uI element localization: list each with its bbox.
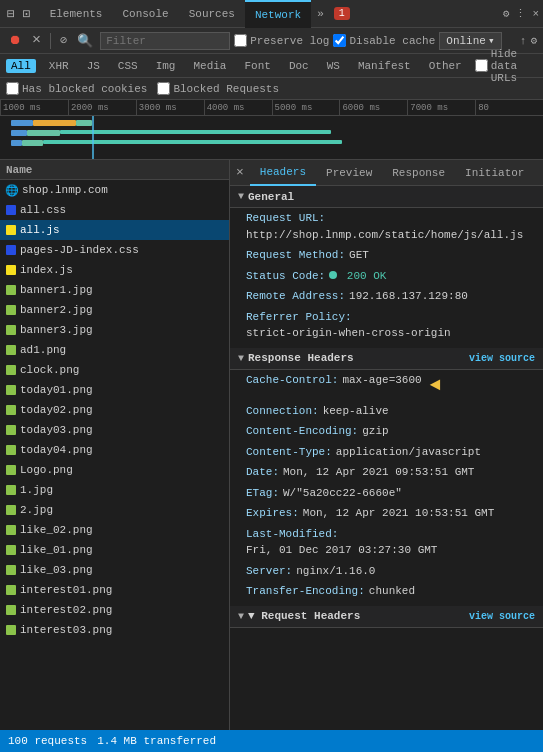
- list-item[interactable]: interest01.png: [0, 580, 229, 600]
- dock-icon[interactable]: ⊟: [4, 6, 18, 22]
- close-icon[interactable]: ×: [532, 8, 539, 20]
- detail-tabs: × Headers Preview Response Initiator »: [230, 160, 543, 186]
- status-dot: [329, 271, 337, 279]
- tab-more[interactable]: »: [311, 4, 330, 24]
- filter-type-row: All XHR JS CSS Img Media Font Doc WS Man…: [0, 54, 543, 78]
- list-item[interactable]: 1.jpg: [0, 480, 229, 500]
- detail-tab-response[interactable]: Response: [382, 160, 455, 186]
- blocked-requests-checkbox[interactable]: [157, 82, 170, 95]
- tab-elements[interactable]: Elements: [40, 0, 113, 28]
- file-icon: [6, 325, 16, 335]
- blocked-requests-label[interactable]: Blocked Requests: [157, 82, 279, 95]
- file-name: pages-JD-index.css: [20, 244, 139, 256]
- list-item[interactable]: banner3.jpg: [0, 320, 229, 340]
- list-item[interactable]: like_02.png: [0, 520, 229, 540]
- list-item[interactable]: 🌐shop.lnmp.com: [0, 180, 229, 200]
- list-item[interactable]: index.js: [0, 260, 229, 280]
- filter-media[interactable]: Media: [188, 59, 231, 73]
- list-item[interactable]: clock.png: [0, 360, 229, 380]
- list-item[interactable]: Logo.png: [0, 460, 229, 480]
- settings-icon[interactable]: ⚙: [503, 7, 510, 20]
- request-headers-view-source[interactable]: view source: [469, 611, 535, 622]
- detail-close-icon[interactable]: ×: [230, 165, 250, 180]
- list-item[interactable]: all.css: [0, 200, 229, 220]
- devtools-actions: ⊟ ⊡: [4, 6, 34, 22]
- tick-5: 5000 ms: [272, 100, 340, 115]
- list-item[interactable]: today02.png: [0, 400, 229, 420]
- file-name: banner2.jpg: [20, 304, 93, 316]
- detail-tab-headers[interactable]: Headers: [250, 160, 316, 186]
- response-header-key: Transfer-Encoding:: [246, 583, 365, 600]
- list-item[interactable]: banner1.jpg: [0, 280, 229, 300]
- timeline: 1000 ms 2000 ms 3000 ms 4000 ms 5000 ms …: [0, 100, 543, 160]
- filter-doc[interactable]: Doc: [284, 59, 314, 73]
- upload-icon[interactable]: ↑: [520, 35, 527, 47]
- detail-tab-more[interactable]: »: [534, 167, 543, 179]
- file-list-items: 🌐shop.lnmp.comall.cssall.jspages-JD-inde…: [0, 180, 229, 640]
- file-name: ad1.png: [20, 344, 66, 356]
- disable-cache-checkbox[interactable]: [333, 34, 346, 47]
- list-item[interactable]: 2.jpg: [0, 500, 229, 520]
- record-icon[interactable]: ⏺: [6, 31, 25, 50]
- filter-img[interactable]: Img: [151, 59, 181, 73]
- response-header-key: Server:: [246, 563, 292, 580]
- list-item[interactable]: today04.png: [0, 440, 229, 460]
- referrer-policy-key: Referrer Policy:: [246, 309, 352, 326]
- blocked-cookies-checkbox[interactable]: [6, 82, 19, 95]
- tab-network[interactable]: Network: [245, 0, 311, 28]
- detail-tab-preview[interactable]: Preview: [316, 160, 382, 186]
- list-item[interactable]: ad1.png: [0, 340, 229, 360]
- general-arrow-icon: ▼: [238, 191, 244, 202]
- list-item[interactable]: like_03.png: [0, 560, 229, 580]
- tab-console[interactable]: Console: [112, 0, 178, 28]
- filter-other[interactable]: Other: [424, 59, 467, 73]
- blocked-row: Has blocked cookies Blocked Requests: [0, 78, 543, 100]
- blocked-cookies-label[interactable]: Has blocked cookies: [6, 82, 147, 95]
- request-headers-label: ▼ Request Headers: [248, 610, 360, 622]
- filter-all[interactable]: All: [6, 59, 36, 73]
- list-item[interactable]: all.js: [0, 220, 229, 240]
- bar-dns2: [11, 130, 27, 136]
- response-header-row: Last-Modified:Fri, 01 Dec 2017 03:27:30 …: [230, 524, 543, 561]
- settings-icon-2[interactable]: ⚙: [530, 34, 537, 47]
- list-item[interactable]: interest03.png: [0, 620, 229, 640]
- response-headers-section-header[interactable]: ▼ Response Headers view source: [230, 348, 543, 370]
- disable-cache-checkbox-label[interactable]: Disable cache: [333, 34, 435, 47]
- list-item[interactable]: today03.png: [0, 420, 229, 440]
- filter-icon[interactable]: ⊘: [57, 31, 70, 50]
- clear-icon[interactable]: ×: [29, 30, 44, 51]
- general-section-header[interactable]: ▼ General: [230, 186, 543, 208]
- filter-font[interactable]: Font: [239, 59, 275, 73]
- file-icon: [6, 445, 16, 455]
- search-icon[interactable]: 🔍: [74, 31, 96, 51]
- request-method-value: GET: [349, 247, 369, 264]
- filter-xhr[interactable]: XHR: [44, 59, 74, 73]
- filter-css[interactable]: CSS: [113, 59, 143, 73]
- list-item[interactable]: today01.png: [0, 380, 229, 400]
- filter-ws[interactable]: WS: [322, 59, 345, 73]
- response-header-row: ETag:W/"5a20cc22-6660e": [230, 483, 543, 504]
- filter-input[interactable]: [100, 32, 230, 50]
- list-item[interactable]: interest02.png: [0, 600, 229, 620]
- tab-sources[interactable]: Sources: [179, 0, 245, 28]
- list-item[interactable]: like_01.png: [0, 540, 229, 560]
- inspect-icon[interactable]: ⊡: [20, 6, 34, 22]
- list-item[interactable]: banner2.jpg: [0, 300, 229, 320]
- filter-js[interactable]: JS: [82, 59, 105, 73]
- detail-tab-initiator[interactable]: Initiator: [455, 160, 534, 186]
- response-header-value: gzip: [362, 423, 388, 440]
- remote-address-row: Remote Address: 192.168.137.129:80: [230, 286, 543, 307]
- hide-data-urls-checkbox[interactable]: [475, 59, 488, 72]
- bar-connect: [33, 120, 76, 126]
- file-name: interest02.png: [20, 604, 112, 616]
- filter-manifest[interactable]: Manifest: [353, 59, 416, 73]
- list-item[interactable]: pages-JD-index.css: [0, 240, 229, 260]
- preserve-log-checkbox-label[interactable]: Preserve log: [234, 34, 329, 47]
- file-name: 1.jpg: [20, 484, 53, 496]
- file-list-header: Name: [0, 160, 229, 180]
- preserve-log-checkbox[interactable]: [234, 34, 247, 47]
- request-headers-section-header[interactable]: ▼ ▼ Request Headers view source: [230, 606, 543, 628]
- hide-data-urls-label[interactable]: Hide data URLs: [475, 48, 537, 84]
- more-icon[interactable]: ⋮: [515, 7, 526, 20]
- response-headers-view-source[interactable]: view source: [469, 353, 535, 364]
